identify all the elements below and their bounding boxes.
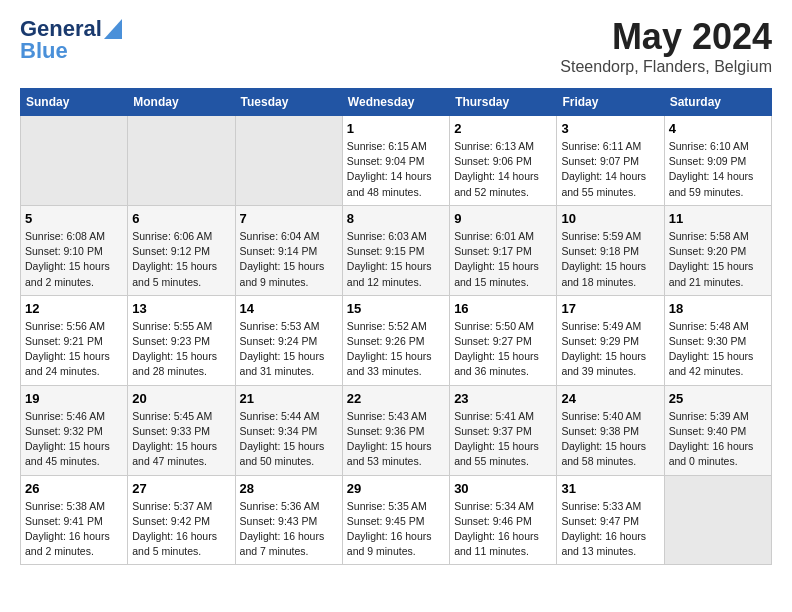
- weekday-header-row: SundayMondayTuesdayWednesdayThursdayFrid…: [21, 89, 772, 116]
- day-info: Sunrise: 5:33 AM Sunset: 9:47 PM Dayligh…: [561, 499, 659, 560]
- day-number: 6: [132, 211, 230, 226]
- day-number: 13: [132, 301, 230, 316]
- calendar-cell: 29Sunrise: 5:35 AM Sunset: 9:45 PM Dayli…: [342, 475, 449, 565]
- day-number: 22: [347, 391, 445, 406]
- day-info: Sunrise: 5:59 AM Sunset: 9:18 PM Dayligh…: [561, 229, 659, 290]
- calendar-cell: [235, 116, 342, 206]
- day-info: Sunrise: 5:46 AM Sunset: 9:32 PM Dayligh…: [25, 409, 123, 470]
- day-info: Sunrise: 5:49 AM Sunset: 9:29 PM Dayligh…: [561, 319, 659, 380]
- weekday-header: Sunday: [21, 89, 128, 116]
- day-info: Sunrise: 6:11 AM Sunset: 9:07 PM Dayligh…: [561, 139, 659, 200]
- day-info: Sunrise: 5:44 AM Sunset: 9:34 PM Dayligh…: [240, 409, 338, 470]
- day-info: Sunrise: 5:41 AM Sunset: 9:37 PM Dayligh…: [454, 409, 552, 470]
- calendar-cell: 5Sunrise: 6:08 AM Sunset: 9:10 PM Daylig…: [21, 205, 128, 295]
- day-info: Sunrise: 5:43 AM Sunset: 9:36 PM Dayligh…: [347, 409, 445, 470]
- day-number: 18: [669, 301, 767, 316]
- calendar-cell: 12Sunrise: 5:56 AM Sunset: 9:21 PM Dayli…: [21, 295, 128, 385]
- day-number: 4: [669, 121, 767, 136]
- calendar-cell: 16Sunrise: 5:50 AM Sunset: 9:27 PM Dayli…: [450, 295, 557, 385]
- day-number: 31: [561, 481, 659, 496]
- calendar-cell: 27Sunrise: 5:37 AM Sunset: 9:42 PM Dayli…: [128, 475, 235, 565]
- day-info: Sunrise: 5:56 AM Sunset: 9:21 PM Dayligh…: [25, 319, 123, 380]
- day-info: Sunrise: 5:52 AM Sunset: 9:26 PM Dayligh…: [347, 319, 445, 380]
- day-number: 8: [347, 211, 445, 226]
- day-info: Sunrise: 5:36 AM Sunset: 9:43 PM Dayligh…: [240, 499, 338, 560]
- day-info: Sunrise: 6:03 AM Sunset: 9:15 PM Dayligh…: [347, 229, 445, 290]
- logo: General Blue: [20, 16, 122, 64]
- calendar-cell: 28Sunrise: 5:36 AM Sunset: 9:43 PM Dayli…: [235, 475, 342, 565]
- day-info: Sunrise: 6:01 AM Sunset: 9:17 PM Dayligh…: [454, 229, 552, 290]
- day-info: Sunrise: 5:55 AM Sunset: 9:23 PM Dayligh…: [132, 319, 230, 380]
- day-number: 15: [347, 301, 445, 316]
- calendar-cell: 21Sunrise: 5:44 AM Sunset: 9:34 PM Dayli…: [235, 385, 342, 475]
- calendar-cell: 4Sunrise: 6:10 AM Sunset: 9:09 PM Daylig…: [664, 116, 771, 206]
- calendar-body: 1Sunrise: 6:15 AM Sunset: 9:04 PM Daylig…: [21, 116, 772, 565]
- calendar-cell: 7Sunrise: 6:04 AM Sunset: 9:14 PM Daylig…: [235, 205, 342, 295]
- day-info: Sunrise: 6:08 AM Sunset: 9:10 PM Dayligh…: [25, 229, 123, 290]
- calendar-cell: 11Sunrise: 5:58 AM Sunset: 9:20 PM Dayli…: [664, 205, 771, 295]
- day-number: 23: [454, 391, 552, 406]
- day-info: Sunrise: 5:58 AM Sunset: 9:20 PM Dayligh…: [669, 229, 767, 290]
- logo-blue: Blue: [20, 38, 68, 64]
- calendar-cell: 3Sunrise: 6:11 AM Sunset: 9:07 PM Daylig…: [557, 116, 664, 206]
- day-number: 28: [240, 481, 338, 496]
- day-number: 25: [669, 391, 767, 406]
- day-number: 20: [132, 391, 230, 406]
- day-number: 11: [669, 211, 767, 226]
- day-number: 30: [454, 481, 552, 496]
- day-info: Sunrise: 5:53 AM Sunset: 9:24 PM Dayligh…: [240, 319, 338, 380]
- day-number: 17: [561, 301, 659, 316]
- calendar-cell: 22Sunrise: 5:43 AM Sunset: 9:36 PM Dayli…: [342, 385, 449, 475]
- day-number: 26: [25, 481, 123, 496]
- day-number: 7: [240, 211, 338, 226]
- day-info: Sunrise: 6:06 AM Sunset: 9:12 PM Dayligh…: [132, 229, 230, 290]
- calendar-cell: 18Sunrise: 5:48 AM Sunset: 9:30 PM Dayli…: [664, 295, 771, 385]
- calendar-cell: [664, 475, 771, 565]
- day-number: 10: [561, 211, 659, 226]
- day-info: Sunrise: 5:39 AM Sunset: 9:40 PM Dayligh…: [669, 409, 767, 470]
- day-info: Sunrise: 5:38 AM Sunset: 9:41 PM Dayligh…: [25, 499, 123, 560]
- calendar-week-row: 1Sunrise: 6:15 AM Sunset: 9:04 PM Daylig…: [21, 116, 772, 206]
- calendar-cell: 1Sunrise: 6:15 AM Sunset: 9:04 PM Daylig…: [342, 116, 449, 206]
- day-number: 29: [347, 481, 445, 496]
- calendar-cell: 26Sunrise: 5:38 AM Sunset: 9:41 PM Dayli…: [21, 475, 128, 565]
- day-number: 3: [561, 121, 659, 136]
- calendar-cell: 14Sunrise: 5:53 AM Sunset: 9:24 PM Dayli…: [235, 295, 342, 385]
- calendar-cell: 10Sunrise: 5:59 AM Sunset: 9:18 PM Dayli…: [557, 205, 664, 295]
- page-container: General Blue May 2024 Steendorp, Flander…: [0, 0, 792, 581]
- weekday-header: Monday: [128, 89, 235, 116]
- day-info: Sunrise: 6:10 AM Sunset: 9:09 PM Dayligh…: [669, 139, 767, 200]
- day-number: 14: [240, 301, 338, 316]
- svg-marker-0: [104, 19, 122, 39]
- day-info: Sunrise: 6:04 AM Sunset: 9:14 PM Dayligh…: [240, 229, 338, 290]
- day-info: Sunrise: 5:34 AM Sunset: 9:46 PM Dayligh…: [454, 499, 552, 560]
- calendar-table: SundayMondayTuesdayWednesdayThursdayFrid…: [20, 88, 772, 565]
- weekday-header: Friday: [557, 89, 664, 116]
- day-number: 2: [454, 121, 552, 136]
- calendar-cell: 13Sunrise: 5:55 AM Sunset: 9:23 PM Dayli…: [128, 295, 235, 385]
- calendar-cell: 9Sunrise: 6:01 AM Sunset: 9:17 PM Daylig…: [450, 205, 557, 295]
- calendar-cell: 15Sunrise: 5:52 AM Sunset: 9:26 PM Dayli…: [342, 295, 449, 385]
- calendar-week-row: 12Sunrise: 5:56 AM Sunset: 9:21 PM Dayli…: [21, 295, 772, 385]
- calendar-cell: 19Sunrise: 5:46 AM Sunset: 9:32 PM Dayli…: [21, 385, 128, 475]
- day-info: Sunrise: 6:13 AM Sunset: 9:06 PM Dayligh…: [454, 139, 552, 200]
- day-number: 19: [25, 391, 123, 406]
- subtitle: Steendorp, Flanders, Belgium: [560, 58, 772, 76]
- calendar-cell: 31Sunrise: 5:33 AM Sunset: 9:47 PM Dayli…: [557, 475, 664, 565]
- logo-icon: [104, 19, 122, 39]
- calendar-cell: 25Sunrise: 5:39 AM Sunset: 9:40 PM Dayli…: [664, 385, 771, 475]
- day-number: 24: [561, 391, 659, 406]
- day-info: Sunrise: 5:37 AM Sunset: 9:42 PM Dayligh…: [132, 499, 230, 560]
- calendar-cell: [128, 116, 235, 206]
- day-number: 12: [25, 301, 123, 316]
- weekday-header: Wednesday: [342, 89, 449, 116]
- day-info: Sunrise: 5:48 AM Sunset: 9:30 PM Dayligh…: [669, 319, 767, 380]
- calendar-cell: 24Sunrise: 5:40 AM Sunset: 9:38 PM Dayli…: [557, 385, 664, 475]
- calendar-cell: 30Sunrise: 5:34 AM Sunset: 9:46 PM Dayli…: [450, 475, 557, 565]
- day-number: 9: [454, 211, 552, 226]
- calendar-cell: 8Sunrise: 6:03 AM Sunset: 9:15 PM Daylig…: [342, 205, 449, 295]
- calendar-week-row: 26Sunrise: 5:38 AM Sunset: 9:41 PM Dayli…: [21, 475, 772, 565]
- weekday-header: Saturday: [664, 89, 771, 116]
- day-info: Sunrise: 5:50 AM Sunset: 9:27 PM Dayligh…: [454, 319, 552, 380]
- calendar-cell: 6Sunrise: 6:06 AM Sunset: 9:12 PM Daylig…: [128, 205, 235, 295]
